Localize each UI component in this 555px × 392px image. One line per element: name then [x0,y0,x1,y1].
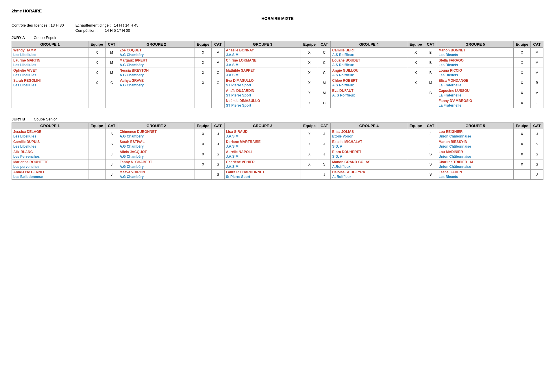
row-2-g2-cat: S [212,149,224,159]
row-3-g3-cat: S [318,159,331,170]
row-1-g2-eq: X [195,139,212,149]
row-1-g1-club: Les Libellules [12,144,88,149]
row-1-g3-cat: C [318,58,331,68]
row-5-g2-eq [195,98,212,108]
row-2-g1-cat: J [105,149,118,159]
row-1-g4-name: Estelle MICHALAT [331,139,407,144]
row-2-g3-eq: X [301,149,318,159]
row-3-g3-name: Charlène VEHIER [224,159,301,165]
row-2-g3-name: Aurélie NAPOLI [224,149,301,155]
table-row: Alix BLANCJAlicia JACQUOTXSAurélie NAPOL… [12,149,543,155]
b-header-cat5: CAT [530,123,543,129]
row-1-g5-club: Union Châbonnaise [437,144,514,149]
row-1-g4-cat: J [424,139,437,149]
row-1-g2-name: Margaux IPPERT [118,58,195,63]
row-0-g5-eq: X [513,48,530,58]
row-0-g2-eq: X [195,129,212,139]
row-1-g4-eq: X [407,58,424,68]
row-4-g1-name: Anne-Lise BERNEL [12,170,88,175]
row-0-g4-club: Etoile Voiron [331,134,407,139]
row-5-g4-cat [424,98,437,108]
row-0-g3-cat: J [318,129,331,139]
row-2-g1-eq [88,149,105,159]
row-0-g4-name: Camille BERT [331,48,407,53]
row-5-g4-eq [407,98,424,108]
row-0-g3-eq: X [301,48,318,58]
jury-b-table: GROUPE 1 Equipe CAT GROUPE 2 Equipe CAT … [12,122,543,180]
row-4-g5-eq: X [513,88,530,98]
row-0-g4-eq [407,129,424,139]
table-row: Laurine MARTINXMMargaux IPPERTXMChirine … [12,58,543,63]
row-4-g1-club [12,93,88,98]
row-2-g2-club: A.G Chambéry [118,154,195,159]
row-0-g4-club: A.S Roiffieux [331,53,407,58]
row-4-g5-club: La Fraternelle [437,93,514,98]
row-0-g3-name: Anaëlle BONNAY [224,48,301,53]
row-5-g1-cat [105,98,118,108]
row-3-g2-cat: S [212,159,224,170]
b-header-equipe5: Equipe [513,123,530,129]
row-5-g3-name: Noémie DIMASULLO [224,98,301,103]
row-2-g5-club: Union Châbonnaise [437,154,514,159]
row-3-g2-name: Fanny N. CHABERT [118,159,195,165]
row-1-g2-eq: X [195,58,212,68]
jury-a-table: GROUPE 1 Equipe CAT GROUPE 2 Equipe CAT … [12,41,543,108]
row-5-g5-eq: X [513,98,530,108]
row-2-g5-eq: X [513,68,530,78]
row-3-g1-eq: X [88,78,105,88]
table-b-header-row: GROUPE 1 Equipe CAT GROUPE 2 Equipe CAT … [12,123,543,129]
row-1-g4-club: A.S Roiffieux [331,63,407,68]
row-2-g2-eq: X [195,68,212,78]
row-1-g2-club: A.G Chambéry [118,144,195,149]
row-0-g3-eq: X [301,129,318,139]
header-groupe5: GROUPE 5 [437,41,514,48]
row-4-g1-eq [88,170,105,180]
competition-row: Compétition : 14 H 5 17 H 00 [75,28,138,33]
row-3-g3-name: Eva DIMASULLO [224,78,301,83]
row-4-g5-eq [513,170,530,180]
row-5-g1-name [12,98,88,103]
row-5-g3-cat: C [318,98,331,108]
row-3-g1-club: Les Libellules [12,83,88,88]
header-equipe5: Equipe [513,41,530,48]
row-0-g1-club: Les Libellules [12,134,88,139]
row-2-g3-club: J.A.S.M [224,73,301,78]
row-0-g1-eq: X [88,48,105,58]
row-1-g3-club: J.A.S.M [224,144,301,149]
row-3-g1-cat: J [105,159,118,170]
row-5-g4-name [331,98,407,103]
row-1-g5-eq: X [513,58,530,68]
row-3-g3-club: ST Pierre Sport [224,83,301,88]
row-5-g5-cat: C [530,98,543,108]
row-0-g1-eq [88,129,105,139]
header-cat1: CAT [105,41,118,48]
row-3-g3-eq: X [301,159,318,170]
row-1-g5-cat: M [530,58,543,68]
row-3-g1-name: Sarah REGOLINI [12,78,88,83]
table-row: Anne-Lise BERNELJMaëva VOIRONSLaura R.CH… [12,170,543,175]
row-3-g4-eq [407,159,424,170]
row-0-g2-cat: J [212,129,224,139]
row-1-g4-club: S.D. A [331,144,407,149]
row-0-g1-name: Jessica DELAGE [12,129,88,134]
row-3-g4-club: A.S Roiffieux [331,83,407,88]
row-3-g4-eq: X [407,78,424,88]
row-1-g1-eq [88,139,105,149]
row-0-g5-name: Lou REIGNIER [437,129,514,134]
row-5-g5-name: Fanny D'AMBROSIO [437,98,514,103]
row-4-g2-name: Maëva VOIRON [118,170,195,175]
row-4-g2-cat [212,88,224,98]
row-3-g2-eq: X [195,78,212,88]
row-0-g5-name: Manon BONNET [437,48,514,53]
row-3-g2-club: A.G Chambéry [118,83,195,88]
row-5-g2-cat [212,98,224,108]
row-3-g5-eq: X [513,78,530,88]
row-0-g1-cat: M [105,48,118,58]
row-2-g5-cat: S [530,149,543,159]
row-0-g3-club: J.A.S.M [224,53,301,58]
row-3-g2-name: Vaihya GRAVE [118,78,195,83]
row-3-g2-club: A.G Chambéry [118,164,195,170]
row-0-g5-eq: X [513,129,530,139]
row-0-g4-eq: X [407,48,424,58]
row-4-g4-cat: S [424,170,437,180]
